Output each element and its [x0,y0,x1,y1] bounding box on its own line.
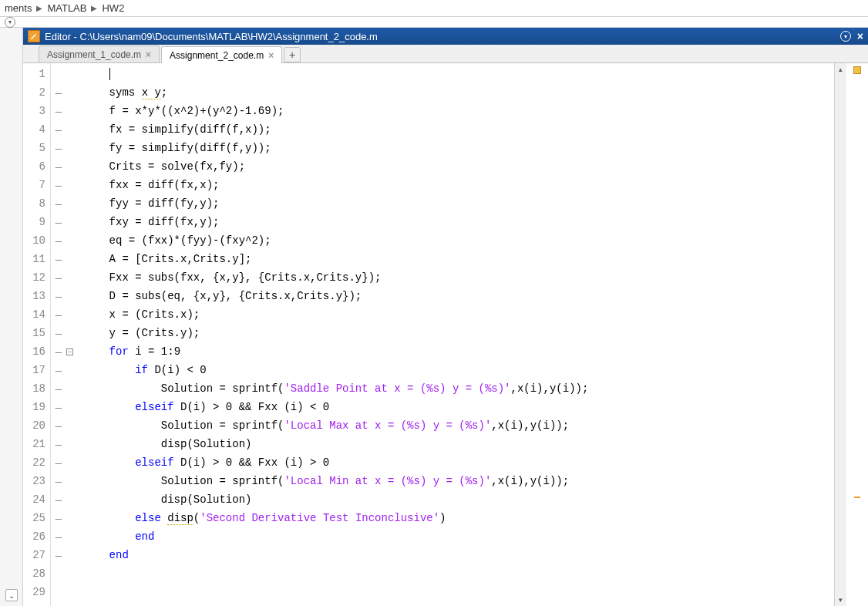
close-tab-icon[interactable]: × [146,49,151,60]
code-line[interactable]: for i = 1:9 [83,342,834,361]
exec-mark [51,65,66,83]
exec-mark: – [51,453,66,472]
fold-cell [66,250,77,268]
dock-menu-icon[interactable]: ▾ [840,31,851,42]
code-line[interactable]: end [83,527,834,546]
new-tab-button[interactable]: + [284,47,301,62]
tab-assignment-2[interactable]: Assignment_2_code.m × [161,46,282,63]
code-line[interactable]: Crits = solve(fx,fy); [83,157,834,176]
code-line[interactable]: Fxx = subs(fxx, {x,y}, {Crits.x,Crits.y}… [83,268,834,287]
fold-cell [66,194,77,213]
line-number: 16 [23,342,45,361]
dropdown-circle-icon[interactable]: ▾ [5,17,15,28]
exec-mark: – [51,176,66,194]
breadcrumb-item[interactable]: ments [3,2,33,14]
fold-cell [66,416,77,435]
fold-cell [66,102,77,120]
line-number: 8 [23,194,45,213]
fold-cell[interactable]: − [66,342,77,361]
fold-cell [66,564,77,583]
fold-cell [66,157,77,176]
breadcrumb-item[interactable]: MATLAB [45,2,88,14]
editor-titlebar: Editor - C:\Users\nam09\Documents\MATLAB… [23,28,868,45]
code-status-icon[interactable] [853,66,861,74]
line-number: 24 [23,490,45,509]
code-line[interactable] [83,65,834,83]
exec-mark: – [51,231,66,250]
scroll-up-icon[interactable]: ▴ [835,63,846,76]
exec-mark: – [51,268,66,287]
exec-mark: – [51,342,66,361]
fold-cell [66,527,77,546]
left-dock-strip: ⌄ [0,28,23,606]
code-line[interactable]: Solution = sprintf('Local Min at x = (%s… [83,472,834,490]
exec-mark: – [51,546,66,564]
code-line[interactable]: y = (Crits.y); [83,324,834,342]
code-line[interactable] [83,564,834,583]
code-line[interactable]: eq = (fxx)*(fyy)-(fxy^2); [83,231,834,250]
code-line[interactable]: syms x y; [83,83,834,102]
close-panel-button[interactable]: × [857,30,863,42]
code-area[interactable]: syms x y; f = x*y*((x^2)+(y^2)-1.69); fx… [77,63,834,606]
tab-assignment-1[interactable]: Assignment_1_code.m × [39,45,160,62]
code-line[interactable]: else disp('Second Derivative Test Inconc… [83,509,834,527]
line-number-gutter: 1234567891011121314151617181920212223242… [23,63,51,606]
code-line[interactable]: f = x*y*((x^2)+(y^2)-1.69); [83,102,834,120]
exec-mark: – [51,509,66,527]
fold-cell [66,287,77,305]
code-line[interactable]: Solution = sprintf('Saddle Point at x = … [83,379,834,398]
vertical-scrollbar[interactable]: ▴ ▾ [834,63,846,606]
code-line[interactable]: A = [Crits.x,Crits.y]; [83,250,834,268]
fold-cell [66,435,77,453]
exec-mark: – [51,213,66,231]
close-tab-icon[interactable]: × [268,50,274,61]
exec-mark: – [51,157,66,176]
fold-cell [66,472,77,490]
exec-mark: – [51,379,66,398]
breadcrumb: ments ▶ MATLAB ▶ HW2 [0,0,868,17]
line-number: 13 [23,287,45,305]
code-warning-marker[interactable] [854,497,860,498]
exec-mark: – [51,305,66,324]
line-number: 15 [23,324,45,342]
line-number: 3 [23,102,45,120]
line-number: 29 [23,583,45,601]
code-line[interactable]: disp(Solution) [83,435,834,453]
exec-mark: – [51,416,66,435]
fold-cell [66,120,77,139]
code-line[interactable]: end [83,546,834,564]
exec-mark: – [51,398,66,416]
fold-cell [66,139,77,157]
line-number: 23 [23,472,45,490]
fold-cell [66,231,77,250]
code-line[interactable]: fyy = diff(fy,y); [83,194,834,213]
code-line[interactable]: x = (Crits.x); [83,305,834,324]
code-line[interactable]: fxy = diff(fx,y); [83,213,834,231]
code-line[interactable]: fy = simplify(diff(f,y)); [83,139,834,157]
code-line[interactable] [83,583,834,601]
breadcrumb-item[interactable]: HW2 [100,2,126,14]
line-number: 14 [23,305,45,324]
code-line[interactable]: elseif D(i) > 0 && Fxx (i) < 0 [83,398,834,416]
code-line[interactable]: fxx = diff(fx,x); [83,176,834,194]
exec-mark: – [51,139,66,157]
exec-mark: – [51,490,66,509]
code-line[interactable]: D = subs(eq, {x,y}, {Crits.x,Crits.y}); [83,287,834,305]
chevron-right-icon: ▶ [88,4,100,12]
editor-body: 1234567891011121314151617181920212223242… [23,63,868,606]
exec-mark: – [51,102,66,120]
code-line[interactable]: elseif D(i) > 0 && Fxx (i) > 0 [83,453,834,472]
code-line[interactable]: fx = simplify(diff(f,x)); [83,120,834,139]
exec-mark: – [51,250,66,268]
code-line[interactable]: Solution = sprintf('Local Max at x = (%s… [83,416,834,435]
line-number: 12 [23,268,45,287]
line-number: 2 [23,83,45,102]
code-line[interactable]: if D(i) < 0 [83,361,834,379]
code-line[interactable]: disp(Solution) [83,490,834,509]
editor-panel: ⌄ Editor - C:\Users\nam09\Documents\MATL… [0,28,868,606]
expand-chevron-icon[interactable]: ⌄ [5,589,18,601]
line-number: 17 [23,361,45,379]
fold-cell [66,453,77,472]
fold-toggle-icon[interactable]: − [66,348,73,355]
scroll-down-icon[interactable]: ▾ [835,594,846,606]
